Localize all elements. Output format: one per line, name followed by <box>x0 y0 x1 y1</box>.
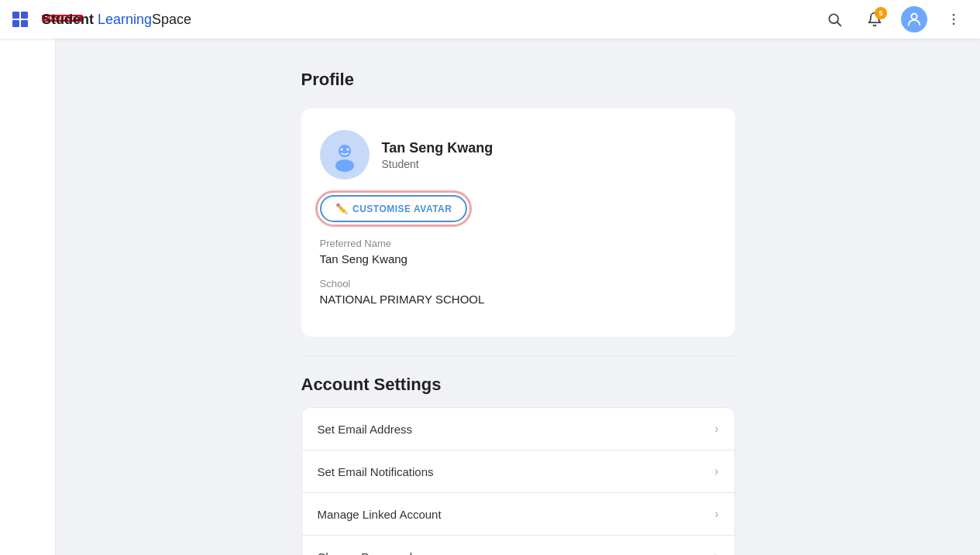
brand-learning: Learning <box>98 12 152 27</box>
preferred-name-value: Tan Seng Kwang <box>320 252 717 266</box>
profile-role: Student <box>382 158 493 170</box>
search-icon <box>827 12 842 27</box>
svg-point-4 <box>953 19 955 21</box>
settings-item-label: Set Email Notifications <box>318 465 434 478</box>
main-content: Profile Tan Seng Kwang <box>56 39 980 555</box>
brand-name: Student LearningSpace <box>42 12 191 28</box>
account-settings-title: Account Settings <box>301 375 735 395</box>
notification-badge: 5 <box>875 7 887 19</box>
settings-item-manage-linked-account[interactable]: Manage Linked Account › <box>302 493 734 536</box>
sidebar <box>0 39 56 555</box>
chevron-right-icon: › <box>714 464 718 478</box>
svg-point-9 <box>340 149 342 151</box>
top-navigation: SINGAPORE Student LearningSpace 5 <box>0 0 980 39</box>
profile-title: Profile <box>301 70 735 90</box>
svg-point-3 <box>953 14 955 16</box>
user-avatar-button[interactable] <box>901 6 927 33</box>
settings-list: Set Email Address › Set Email Notificati… <box>301 407 735 555</box>
settings-item-label: Manage Linked Account <box>318 508 442 521</box>
logo-grid-icon <box>12 12 28 27</box>
notifications-button[interactable]: 5 <box>861 5 889 33</box>
school-value: NATIONAL PRIMARY SCHOOL <box>320 293 717 306</box>
logo: SINGAPORE Student LearningSpace <box>12 12 191 28</box>
more-vertical-icon <box>946 12 961 27</box>
profile-card: Tan Seng Kwang Student ✏️ CUSTOMISE AVAT… <box>301 108 735 337</box>
svg-point-5 <box>953 23 955 26</box>
settings-item-set-email-address[interactable]: Set Email Address › <box>302 408 734 451</box>
content-wrapper: Profile Tan Seng Kwang <box>286 70 751 555</box>
svg-point-7 <box>339 145 351 157</box>
svg-point-8 <box>335 159 354 172</box>
nav-actions: 5 <box>820 5 968 33</box>
customise-avatar-label: CUSTOMISE AVATAR <box>352 204 452 214</box>
avatar-icon <box>906 11 923 28</box>
profile-name: Tan Seng Kwang <box>382 140 493 156</box>
chevron-right-icon: › <box>714 550 718 555</box>
customise-avatar-button[interactable]: ✏️ CUSTOMISE AVATAR <box>320 195 468 222</box>
settings-item-set-email-notifications[interactable]: Set Email Notifications › <box>302 451 734 493</box>
profile-avatar <box>320 130 370 180</box>
more-options-button[interactable] <box>940 5 968 33</box>
settings-item-label: Change Password <box>318 550 413 556</box>
preferred-name-section: Preferred Name Tan Seng Kwang School NAT… <box>320 238 717 306</box>
avatar-face-icon <box>326 136 363 173</box>
settings-item-label: Set Email Address <box>318 423 413 436</box>
svg-line-1 <box>837 22 841 26</box>
settings-item-change-password[interactable]: Change Password › <box>302 536 734 555</box>
brand-space: Space <box>152 12 191 27</box>
pencil-icon: ✏️ <box>335 203 349 214</box>
preferred-name-label: Preferred Name <box>320 238 717 249</box>
section-divider <box>301 355 735 356</box>
app-layout: Profile Tan Seng Kwang <box>0 39 980 555</box>
svg-point-10 <box>346 149 349 151</box>
chevron-right-icon: › <box>714 422 718 436</box>
search-button[interactable] <box>820 5 848 33</box>
profile-text: Tan Seng Kwang Student <box>382 140 493 170</box>
school-label: School <box>320 278 717 289</box>
profile-info: Tan Seng Kwang Student <box>320 130 717 180</box>
brand-student: Student <box>42 12 94 27</box>
svg-point-2 <box>911 14 916 19</box>
chevron-right-icon: › <box>714 507 718 521</box>
